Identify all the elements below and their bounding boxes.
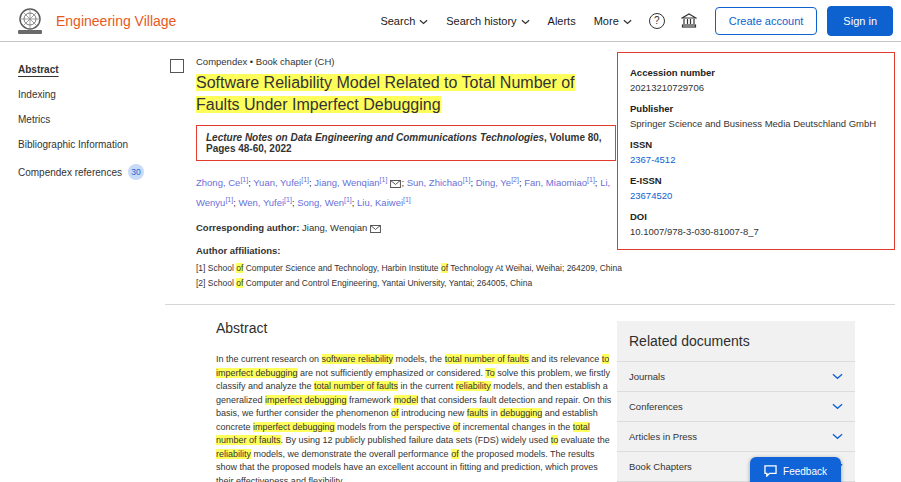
- eissn-label: E-ISSN: [630, 175, 882, 186]
- sidebar-item-compendex-references[interactable]: Compendex references 30: [18, 164, 165, 180]
- author-affiliation-superscript: [2]: [511, 176, 519, 183]
- related-documents-column: Related documents Journals Conferences A…: [617, 305, 895, 482]
- publisher-value: Springer Science and Business Media Deut…: [630, 118, 882, 129]
- sidebar-item-bibliographic-information[interactable]: Bibliographic Information: [18, 139, 165, 150]
- chevron-down-icon: [623, 19, 632, 25]
- eissn-link[interactable]: 23674520: [630, 190, 882, 201]
- feedback-label: Feedback: [783, 466, 827, 477]
- publisher-label: Publisher: [630, 103, 882, 114]
- nav-alerts[interactable]: Alerts: [548, 15, 576, 27]
- issn-link[interactable]: 2367-4512: [630, 154, 882, 165]
- feedback-button[interactable]: Feedback: [750, 457, 841, 482]
- nav-alerts-label: Alerts: [548, 15, 576, 27]
- record-details-box: Accession number 20213210729706 Publishe…: [617, 52, 895, 250]
- nav-search-history-label: Search history: [446, 15, 516, 27]
- institution-icon[interactable]: [681, 13, 697, 28]
- corresponding-author-label: Corresponding author:: [196, 222, 299, 233]
- author-link[interactable]: Fan, Miaomiao: [524, 177, 587, 188]
- record-sidebar: Abstract Indexing Metrics Bibliographic …: [0, 42, 165, 482]
- sidebar-item-label: Indexing: [18, 89, 56, 100]
- sidebar-item-abstract[interactable]: Abstract: [18, 64, 165, 75]
- chevron-down-icon: [832, 433, 843, 440]
- engineering-village-logo-icon: [10, 5, 50, 37]
- related-row-label: Book Chapters: [629, 461, 692, 472]
- nav-search[interactable]: Search: [380, 15, 428, 27]
- nav-search-label: Search: [380, 15, 415, 27]
- accession-number-label: Accession number: [630, 67, 882, 78]
- select-record-checkbox[interactable]: [170, 59, 184, 73]
- sidebar-item-indexing[interactable]: Indexing: [18, 89, 165, 100]
- author-affiliation-superscript: [1]: [301, 176, 309, 183]
- help-question-mark: ?: [649, 13, 665, 29]
- related-row-journals[interactable]: Journals: [617, 361, 855, 391]
- envelope-icon: [390, 180, 401, 188]
- author-link[interactable]: Song, Wen: [297, 197, 344, 208]
- author-affiliation-superscript: [1]: [284, 196, 292, 203]
- sidebar-item-label: Bibliographic Information: [18, 139, 128, 150]
- sidebar-item-label: Abstract: [18, 64, 59, 75]
- doi-value: 10.1007/978-3-030-81007-8_7: [630, 226, 882, 237]
- accession-number-value: 20213210729706: [630, 82, 882, 93]
- author-link[interactable]: Sun, Zhichao: [407, 177, 463, 188]
- corresponding-author-name: Jiang, Wenqian: [302, 222, 367, 233]
- abstract-heading: Abstract: [216, 320, 617, 336]
- related-row-label: Journals: [629, 371, 665, 382]
- author-link[interactable]: Jiang, Wenqian: [314, 177, 379, 188]
- speech-bubble-icon: [764, 465, 777, 477]
- corresponding-author: Corresponding author: Jiang, Wenqian: [196, 222, 622, 233]
- chevron-down-icon: [832, 403, 843, 410]
- sidebar-item-metrics[interactable]: Metrics: [18, 114, 165, 125]
- top-header: Engineering Village Search Search histor…: [0, 0, 901, 42]
- create-account-button[interactable]: Create account: [715, 7, 818, 35]
- source-citation-box: Lecture Notes on Data Engineering and Co…: [196, 125, 616, 161]
- author-affiliation-superscript: [1]: [240, 176, 248, 183]
- author-affiliation-superscript: [1]: [403, 196, 411, 203]
- authors-list: Zhong, Ce[1]; Yuan, Yufei[1]; Jiang, Wen…: [196, 173, 622, 213]
- author-link[interactable]: Ding, Ye: [476, 177, 511, 188]
- author-link[interactable]: Yuan, Yufei: [253, 177, 301, 188]
- author: Zhong, Ce[1]: [196, 177, 248, 188]
- abstract-text: In the current research on software reli…: [216, 353, 615, 482]
- related-documents-heading: Related documents: [617, 321, 855, 361]
- author: Yuan, Yufei[1]: [253, 177, 309, 188]
- document-title: Software Reliability Model Related to To…: [196, 72, 608, 115]
- author: Sun, Zhichao[1]: [407, 177, 471, 188]
- page-body: Abstract Indexing Metrics Bibliographic …: [0, 42, 901, 482]
- related-row-label: Articles in Press: [629, 431, 697, 442]
- author: Liu, Kaiwei[1]: [357, 197, 411, 208]
- affiliations-label: Author affiliations:: [196, 245, 622, 256]
- references-count-badge: 30: [128, 164, 144, 180]
- nav-more-label: More: [594, 15, 619, 27]
- chevron-down-icon: [419, 19, 428, 25]
- related-row-label: Conferences: [629, 401, 683, 412]
- chevron-down-icon: [521, 19, 530, 25]
- author-affiliation-superscript: [1]: [587, 176, 595, 183]
- record-header-section: Compendex • Book chapter (CH) Software R…: [165, 42, 617, 290]
- related-row-conferences[interactable]: Conferences: [617, 391, 855, 421]
- sidebar-item-label: Compendex references: [18, 167, 122, 178]
- author: Ding, Ye[2]: [476, 177, 519, 188]
- author-link[interactable]: Zhong, Ce: [196, 177, 240, 188]
- author-affiliation-superscript: [1]: [380, 176, 388, 183]
- issn-label: ISSN: [630, 139, 882, 150]
- sidebar-item-label: Metrics: [18, 114, 50, 125]
- help-icon[interactable]: ?: [649, 13, 665, 29]
- nav-search-history[interactable]: Search history: [446, 15, 529, 27]
- author-link[interactable]: Wen, Yufei: [238, 197, 284, 208]
- author-link[interactable]: Liu, Kaiwei: [357, 197, 403, 208]
- chevron-down-icon: [832, 373, 843, 380]
- affiliation-line: [2] School of Computer and Control Engin…: [196, 276, 622, 290]
- abstract-section: Abstract In the current research on soft…: [165, 305, 617, 482]
- author: Fan, Miaomiao[1]: [524, 177, 595, 188]
- database-doctype-label: Compendex • Book chapter (CH): [196, 56, 622, 67]
- author: Wen, Yufei[1]: [238, 197, 291, 208]
- envelope-icon: [370, 225, 381, 233]
- related-row-articles-in-press[interactable]: Articles in Press: [617, 421, 855, 451]
- author: Jiang, Wenqian[1]: [314, 177, 401, 188]
- doi-label: DOI: [630, 211, 882, 222]
- record-main: Compendex • Book chapter (CH) Software R…: [196, 56, 622, 290]
- author: Song, Wen[1]: [297, 197, 352, 208]
- brand-title: Engineering Village: [56, 13, 176, 29]
- nav-more[interactable]: More: [594, 15, 632, 27]
- sign-in-button[interactable]: Sign in: [827, 6, 893, 36]
